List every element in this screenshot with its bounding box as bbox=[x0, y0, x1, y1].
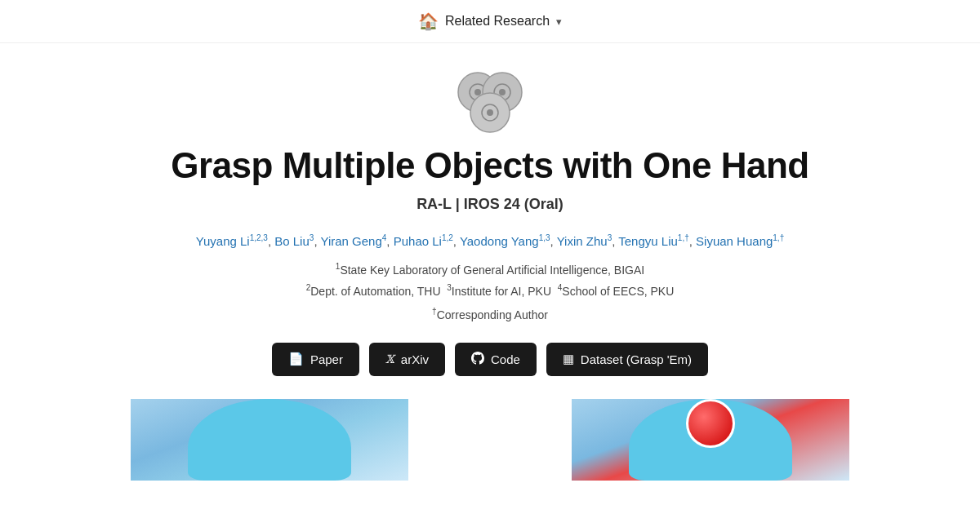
paper-icon: 📄 bbox=[288, 352, 304, 366]
demo-image-left bbox=[131, 399, 408, 481]
github-icon bbox=[471, 352, 484, 367]
demo-image-right bbox=[572, 399, 849, 481]
svg-point-8 bbox=[487, 109, 493, 116]
page-title: Grasp Multiple Objects with One Hand bbox=[171, 144, 808, 188]
arxiv-icon: 𝕏 bbox=[385, 352, 394, 366]
author-siyuan-huang[interactable]: Siyuan Huang1,† bbox=[696, 234, 784, 248]
author-yixin-zhu[interactable]: Yixin Zhu3 bbox=[557, 234, 612, 248]
dataset-label: Dataset (Grasp 'Em) bbox=[581, 352, 692, 366]
hand-left-visual bbox=[188, 399, 351, 481]
venue-badge: RA-L | IROS 24 (Oral) bbox=[416, 196, 564, 213]
site-logo bbox=[453, 69, 527, 135]
home-icon[interactable]: 🏠 bbox=[418, 11, 439, 31]
code-label: Code bbox=[491, 352, 520, 366]
author-yaodong-yang[interactable]: Yaodong Yang1,3 bbox=[460, 234, 550, 248]
code-button[interactable]: Code bbox=[455, 343, 537, 376]
arxiv-label: arXiv bbox=[401, 352, 429, 366]
dataset-button[interactable]: ▦ Dataset (Grasp 'Em) bbox=[546, 343, 708, 376]
arxiv-button[interactable]: 𝕏 arXiv bbox=[369, 343, 445, 376]
action-buttons: 📄 Paper 𝕏 arXiv Code ▦ Dataset (Grasp 'E… bbox=[272, 343, 708, 376]
paper-label: Paper bbox=[310, 352, 343, 366]
dataset-icon: ▦ bbox=[563, 352, 574, 366]
red-ball-visual bbox=[686, 399, 735, 448]
affiliations: 1State Key Laboratory of General Artific… bbox=[306, 259, 675, 302]
author-bo-liu[interactable]: Bo Liu3 bbox=[274, 234, 314, 248]
authors-list: Yuyang Li1,2,3, Bo Liu3, Yiran Geng4, Pu… bbox=[196, 231, 784, 252]
hero-section: Grasp Multiple Objects with One Hand RA-… bbox=[0, 43, 980, 399]
nav-related-research[interactable]: Related Research bbox=[445, 14, 550, 29]
author-tengyu-liu[interactable]: Tengyu Liu1,† bbox=[618, 234, 688, 248]
svg-point-2 bbox=[474, 89, 481, 95]
navbar: 🏠 Related Research ▾ bbox=[0, 0, 980, 43]
svg-point-5 bbox=[499, 89, 506, 95]
image-strip bbox=[0, 399, 980, 481]
corresponding-author-note: †Corresponding Author bbox=[432, 307, 548, 321]
author-yiran-geng[interactable]: Yiran Geng4 bbox=[320, 234, 386, 248]
affiliation-1: 1State Key Laboratory of General Artific… bbox=[306, 259, 675, 281]
author-yuyang-li[interactable]: Yuyang Li1,2,3 bbox=[196, 234, 268, 248]
chevron-down-icon[interactable]: ▾ bbox=[556, 16, 562, 28]
affiliation-234: 2Dept. of Automation, THU 3Institute for… bbox=[306, 281, 675, 302]
author-puhao-li[interactable]: Puhao Li1,2 bbox=[394, 234, 453, 248]
paper-button[interactable]: 📄 Paper bbox=[272, 343, 359, 376]
